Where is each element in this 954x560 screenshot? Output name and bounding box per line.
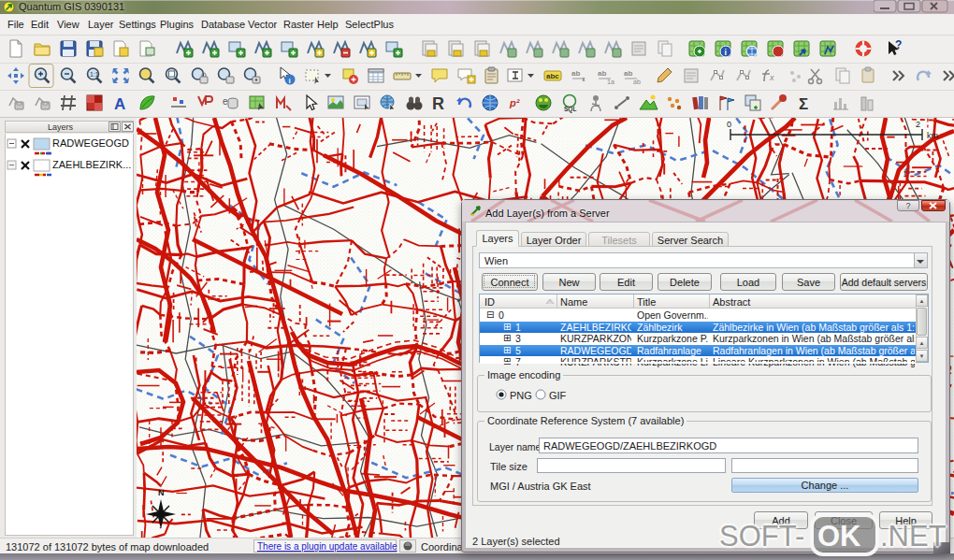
svg-text:ab: ab	[633, 79, 641, 85]
svg-text:1a: 1a	[607, 79, 614, 85]
svg-text:p²: p²	[509, 97, 520, 108]
svg-text:i: i	[289, 77, 291, 85]
svg-text:2: 2	[916, 120, 920, 129]
svg-text:R: R	[432, 94, 444, 113]
svg-text:0: 0	[727, 120, 731, 129]
svg-text:ab: ab	[571, 69, 580, 78]
svg-text:km: km	[927, 131, 938, 140]
svg-text:N: N	[158, 488, 165, 497]
svg-text:ab: ab	[624, 69, 632, 78]
svg-text:abc: abc	[546, 72, 559, 80]
svg-text:i: i	[725, 48, 728, 57]
svg-text:e: e	[223, 96, 228, 107]
svg-text:A: A	[114, 95, 125, 113]
svg-text:1:1: 1:1	[90, 71, 99, 78]
svg-text:ab: ab	[598, 69, 606, 78]
svg-text:Σ: Σ	[799, 95, 808, 113]
svg-text:x: x	[769, 73, 774, 82]
svg-text:SQL: SQL	[564, 106, 576, 113]
svg-text:?: ?	[895, 38, 902, 51]
